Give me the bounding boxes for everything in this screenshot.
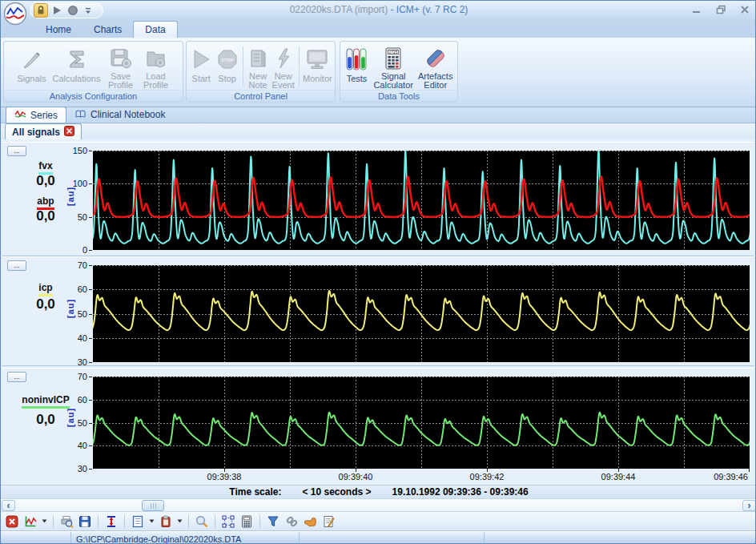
y-tick-label: 0 [68, 245, 87, 255]
plot-icp[interactable] [93, 265, 750, 362]
save-profile-icon [109, 46, 133, 71]
chart-type-dropdown-icon[interactable] [41, 514, 48, 530]
signal-calculator-button[interactable]: 1725 Signal Calculator [372, 43, 415, 90]
load-profile-icon [144, 46, 168, 71]
plot-fvx-abp[interactable] [93, 151, 750, 250]
play-icon[interactable] [50, 3, 64, 18]
y-tick-label: 40 [68, 441, 87, 450]
y-tick-mark [89, 362, 92, 363]
plot-noninvicp[interactable] [93, 377, 750, 469]
y-tick-label: 30 [68, 357, 87, 367]
y-tick-mark [89, 151, 92, 151]
fit-vertical-scale-button[interactable] [103, 514, 119, 530]
signal-name-noninvicp[interactable]: noninvICP [22, 394, 69, 409]
x-tick-label: 09:39:38 [207, 472, 242, 482]
pointer-mode-button[interactable] [302, 514, 318, 530]
qat-customize-dropdown-icon[interactable] [85, 3, 91, 18]
tab-data[interactable]: Data [133, 21, 177, 38]
start-button[interactable]: Start [188, 43, 214, 90]
x-tick-label: 09:39:42 [470, 472, 505, 482]
y-tick-mark [89, 400, 92, 401]
y-tick-mark [89, 469, 92, 469]
time-range-value: 19.10.1992 09:39:36 - 09:39:46 [392, 486, 529, 498]
close-button[interactable] [739, 4, 750, 15]
signals-button[interactable]: Signals [14, 43, 50, 90]
svg-text:1725: 1725 [389, 50, 398, 54]
calculator-button[interactable] [239, 514, 255, 530]
svg-text:STOP: STOP [221, 58, 234, 62]
restore-button[interactable] [715, 4, 726, 15]
record-icon[interactable] [66, 3, 80, 18]
scroll-right-button[interactable]: › [742, 500, 756, 511]
load-profile-button[interactable]: Load Profile [139, 43, 174, 90]
time-scale-label: Time scale: [229, 486, 281, 498]
y-tick-label: 100 [68, 179, 87, 188]
filter-button[interactable] [265, 514, 281, 530]
close-chart-button[interactable] [4, 514, 20, 530]
annotations-button[interactable] [320, 514, 336, 530]
display-options-button[interactable] [130, 514, 146, 530]
panel-noninvicp: ... noninvICP 0,0 [au] 3040506070 09:39:… [2, 368, 754, 485]
signals-icon [21, 46, 43, 73]
time-scale-value[interactable]: < 10 seconds > [302, 486, 371, 498]
select-region-button[interactable] [220, 514, 236, 530]
close-tab-icon[interactable] [64, 126, 74, 139]
tests-button[interactable]: Tests [342, 43, 372, 90]
tab-all-signals[interactable]: All signals [5, 123, 82, 139]
save-button[interactable] [77, 514, 93, 530]
x-tick-label: 09:39:40 [339, 472, 373, 482]
x-tick-mark [749, 469, 750, 472]
group-caption-data-tools: Data Tools [340, 90, 457, 102]
chart-toolbar [1, 512, 756, 531]
minimize-button[interactable] [691, 4, 702, 15]
artefacts-editor-button[interactable]: Artefacts Editor [415, 43, 456, 90]
tab-series[interactable]: Series [6, 107, 66, 123]
scroll-left-button[interactable]: ‹ [2, 500, 15, 511]
panel-options-button[interactable]: ... [7, 260, 26, 271]
y-tick-mark [89, 314, 92, 315]
status-bar: G:\ICP\Cambridge-Original\022020ks.DTA [1, 531, 756, 544]
display-options-dropdown-icon[interactable] [148, 514, 155, 530]
tests-tubes-icon [345, 46, 368, 73]
zoom-button[interactable] [194, 514, 210, 530]
new-event-button[interactable]: New Event [270, 43, 296, 90]
tab-home[interactable]: Home [34, 21, 82, 38]
y-tick-label: 70 [68, 372, 87, 381]
chart-type-button[interactable] [22, 514, 38, 530]
calculations-button[interactable]: Calculations [50, 43, 103, 90]
series-waveform-icon [14, 110, 26, 121]
y-tick-label: 30 [68, 464, 87, 473]
save-profile-button[interactable]: Save Profile [103, 43, 139, 90]
signal-calculator-icon: 1725 [384, 46, 403, 71]
clipboard-copy-button[interactable] [158, 514, 174, 530]
group-analysis-configuration: Signals Calculations Save Profile [3, 41, 183, 103]
app-logo-icon[interactable] [3, 2, 27, 26]
tab-clinical-notebook[interactable]: Clinical Notebook [66, 107, 173, 123]
new-note-button[interactable]: New Note [246, 43, 271, 90]
status-cell-empty [300, 532, 485, 544]
monitor-button[interactable]: Monitor [302, 43, 333, 90]
print-preview-button[interactable] [58, 514, 74, 530]
signal-name-icp[interactable]: icp [38, 282, 52, 296]
clipboard-dropdown-icon[interactable] [176, 514, 183, 530]
panel-options-button[interactable]: ... [7, 372, 26, 382]
stop-button[interactable]: STOP Stop [214, 43, 239, 90]
scrollbar-thumb[interactable] [142, 500, 164, 511]
link-cursors-button[interactable] [284, 514, 300, 530]
panel-options-button[interactable]: ... [7, 146, 26, 156]
stop-sign-icon: STOP [216, 46, 239, 73]
lock-icon[interactable] [34, 3, 48, 18]
title-bar: 022020ks.DTA (import) - ICM+ (v. 7 RC 2) [1, 1, 756, 20]
y-tick-mark [89, 445, 92, 446]
y-tick-mark [89, 423, 92, 424]
horizontal-scrollbar[interactable]: ‹ › [1, 498, 756, 512]
y-tick-mark [89, 338, 92, 339]
panel-fvx-abp: ... fvx 0,0 abp 0,0 [au] 050100150 [2, 142, 754, 256]
status-cell-empty [1, 532, 71, 544]
tab-charts[interactable]: Charts [82, 21, 133, 38]
group-control-panel: Start STOP Stop New Note [186, 41, 336, 103]
group-separator [243, 46, 243, 87]
icm-plus-window: 022020ks.DTA (import) - ICM+ (v. 7 RC 2)… [0, 0, 756, 544]
y-tick-label: 150 [68, 146, 87, 155]
tab-all-signals-label: All signals [12, 127, 60, 138]
